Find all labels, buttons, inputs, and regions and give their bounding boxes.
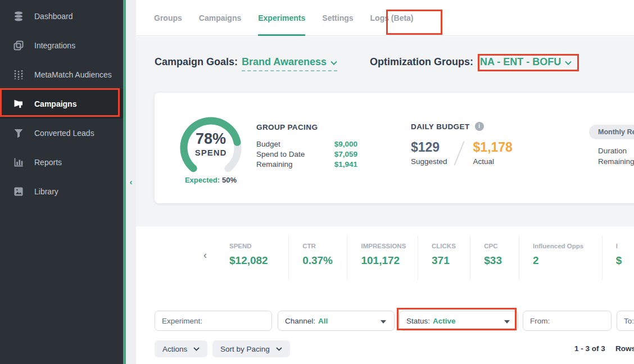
chevron-down-icon — [193, 347, 200, 351]
daily-budget-title: DAILY BUDGET — [411, 122, 470, 131]
status-filter-select[interactable]: Status: Active — [399, 311, 518, 331]
metric-cpc: CPC$33 — [470, 236, 519, 280]
daily-budget-panel: DAILY BUDGET i $129 Suggested $1,178 Act… — [411, 122, 513, 166]
integrations-icon — [13, 40, 24, 51]
metric-partial: I$ — [602, 236, 634, 280]
pacing-row-remaining: Remaining $1,941 — [256, 160, 357, 170]
dropdown-caret-icon — [381, 320, 386, 324]
sidebar-item-label: Campaigns — [34, 99, 76, 108]
sidebar-item-integrations[interactable]: Integrations — [0, 31, 123, 60]
duration-label: Duration — [598, 145, 634, 156]
gauge-percent: 78% — [177, 131, 244, 147]
sidebar-item-label: Library — [34, 187, 58, 196]
metric-influenced-opps: Influenced Opps2 — [519, 236, 602, 280]
duration-block: Duration Remaining — [598, 145, 634, 167]
tab-experiments[interactable]: Experiments — [258, 0, 305, 36]
sidebar-item-campaigns[interactable]: Campaigns — [0, 89, 123, 119]
tab-campaigns[interactable]: Campaigns — [199, 0, 241, 36]
sidebar-collapse-icon[interactable]: ‹ — [126, 177, 136, 186]
dropdown-caret-icon — [504, 320, 510, 324]
group-pacing-title: GROUP PACING — [256, 123, 357, 131]
sidebar-item-label: Integrations — [34, 41, 75, 50]
remaining-label: Remaining — [598, 156, 634, 167]
expected-pacing: Expected:50% — [168, 176, 253, 184]
sidebar: Dashboard Integrations MetaMatch Audienc… — [0, 0, 123, 364]
optimization-groups-label: Optimization Groups: — [370, 56, 473, 67]
group-pacing-rows: Budget $9,000 Spend to Date $7,059 Remai… — [256, 139, 357, 170]
sidebar-item-label: MetaMatch Audiences — [34, 70, 112, 79]
gauge-center-text: 78% SPEND — [177, 131, 244, 157]
campaign-goals-dropdown[interactable]: Brand Awareness — [242, 56, 337, 71]
group-pacing-panel: GROUP PACING Budget $9,000 Spend to Date… — [256, 123, 357, 170]
metric-impressions: IMPRESSIONS101,172 — [347, 236, 418, 280]
tab-bar: Groups Campaigns Experiments Settings Lo… — [136, 0, 634, 36]
pacing-row-budget: Budget $9,000 — [256, 139, 357, 149]
sidebar-item-reports[interactable]: Reports — [0, 148, 123, 177]
metrics-row: SPEND$12,082 CTR0.37% IMPRESSIONS101,172… — [216, 236, 634, 280]
image-icon — [13, 186, 24, 197]
sliders-icon — [13, 69, 24, 80]
tab-settings[interactable]: Settings — [322, 0, 353, 36]
sidebar-item-converted-leads[interactable]: Converted Leads — [0, 119, 123, 148]
sidebar-item-metamatch-audiences[interactable]: MetaMatch Audiences — [0, 60, 123, 89]
optimization-groups-dropdown[interactable]: NA - ENT - BOFU — [480, 56, 572, 71]
sidebar-item-label: Converted Leads — [34, 129, 94, 138]
info-icon[interactable]: i — [475, 122, 484, 131]
group-pacing-card: 78% SPEND Expected:50% GROUP PACING Budg… — [155, 93, 634, 203]
funnel-icon — [13, 128, 24, 139]
sort-by-pacing-button[interactable]: Sort by Pacing — [212, 340, 290, 357]
app-window: Dashboard Integrations MetaMatch Audienc… — [0, 0, 634, 364]
metric-clicks: CLICKS371 — [418, 236, 470, 280]
monthly-reset-badge: Monthly Res — [589, 125, 634, 139]
megaphone-icon — [13, 98, 24, 110]
spend-gauge: 78% SPEND — [177, 114, 244, 181]
main-content: Groups Campaigns Experiments Settings Lo… — [136, 0, 634, 364]
sidebar-item-library[interactable]: Library — [0, 177, 123, 206]
actual-budget: $1,178 Actual — [473, 140, 513, 166]
sidebar-item-dashboard[interactable]: Dashboard — [0, 2, 123, 31]
chevron-down-icon — [330, 61, 337, 65]
pagination-rows-label: Rows p — [615, 344, 634, 353]
suggested-budget: $129 Suggested — [411, 140, 447, 166]
metric-ctr: CTR0.37% — [288, 236, 347, 280]
chevron-down-icon — [565, 61, 572, 65]
optimization-groups-row: Optimization Groups: NA - ENT - BOFU — [370, 56, 572, 71]
database-icon — [13, 11, 24, 22]
sidebar-item-label: Dashboard — [34, 12, 73, 21]
pacing-row-spend-to-date: Spend to Date $7,059 — [256, 149, 357, 160]
to-date-input[interactable]: To: — [617, 311, 634, 331]
campaign-goals-label: Campaign Goals: — [155, 56, 238, 68]
tab-groups[interactable]: Groups — [154, 0, 182, 36]
pagination-range: 1 - 3 of 3 — [574, 344, 605, 353]
from-date-input[interactable]: From: — [523, 311, 612, 331]
actions-button[interactable]: Actions — [155, 340, 207, 357]
divider-slash — [454, 141, 464, 165]
chevron-down-icon — [276, 347, 282, 351]
metric-spend: SPEND$12,082 — [216, 236, 288, 280]
gauge-spend-label: SPEND — [177, 148, 244, 157]
metrics-prev-icon[interactable]: ‹ — [203, 249, 207, 261]
campaign-goals-row: Campaign Goals: Brand Awareness — [155, 56, 337, 71]
channel-filter-select[interactable]: Channel: All — [278, 311, 395, 331]
bar-chart-icon — [13, 157, 24, 168]
tab-logs-beta[interactable]: Logs (Beta) — [370, 0, 414, 36]
sidebar-item-label: Reports — [34, 158, 62, 167]
experiment-filter-input[interactable]: Experiment: — [155, 311, 272, 331]
